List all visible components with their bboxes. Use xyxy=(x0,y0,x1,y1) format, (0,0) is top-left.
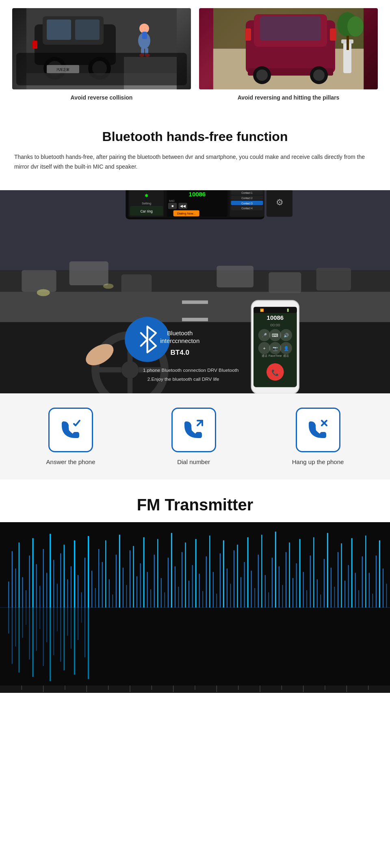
svg-point-33 xyxy=(313,69,325,81)
svg-rect-51 xyxy=(269,272,301,293)
bluetooth-title: Bluetooth hands-free function xyxy=(12,129,378,144)
svg-rect-43 xyxy=(182,318,208,321)
svg-text:Dialing Now...: Dialing Now... xyxy=(177,212,196,215)
svg-text:⚙: ⚙ xyxy=(276,197,284,207)
svg-text:1.phone Bluetooth connection D: 1.phone Bluetooth connection DRV Bluetoo… xyxy=(143,367,239,373)
svg-text:FaceTime: FaceTime xyxy=(269,354,282,358)
car-images-section: 汽车之家 Avoid reverse colli xyxy=(0,0,390,113)
bluetooth-description: Thanks to bluetooth hands-free, after pa… xyxy=(12,152,378,172)
svg-text:Contact 1: Contact 1 xyxy=(241,191,253,194)
svg-point-54 xyxy=(103,283,114,289)
fm-title: FM Transmitter xyxy=(12,496,378,514)
svg-point-31 xyxy=(256,69,268,81)
svg-text:■: ■ xyxy=(171,204,173,208)
svg-text:👤: 👤 xyxy=(284,346,289,351)
fm-wave-svg xyxy=(0,522,390,693)
svg-point-5 xyxy=(43,57,66,80)
hangup-phone-block: Hang up the phone xyxy=(292,408,344,465)
svg-text:2.Enjoy the bluetooth call DRV: 2.Enjoy the bluetooth call DRV life xyxy=(147,376,219,381)
svg-point-57 xyxy=(121,361,139,378)
phone-actions-section: Answer the phone Dial number Hang up the… xyxy=(0,393,390,480)
fm-section: FM Transmitter xyxy=(0,480,390,514)
svg-rect-47 xyxy=(22,270,56,291)
svg-rect-50 xyxy=(217,266,254,287)
svg-rect-20 xyxy=(124,57,177,89)
svg-text:汽车之家: 汽车之家 xyxy=(56,68,69,72)
svg-text:🔋: 🔋 xyxy=(286,308,290,312)
hangup-phone-icon xyxy=(305,417,331,443)
svg-text:📶: 📶 xyxy=(260,308,264,312)
svg-rect-10 xyxy=(47,65,79,73)
svg-rect-27 xyxy=(245,28,251,41)
svg-text:00:00: 00:00 xyxy=(270,323,280,327)
svg-rect-38 xyxy=(347,36,349,50)
svg-text:🎤: 🎤 xyxy=(262,333,267,338)
svg-rect-26 xyxy=(260,16,321,41)
svg-rect-14 xyxy=(142,32,147,39)
answer-phone-icon xyxy=(58,417,84,443)
dial-number-icon-box xyxy=(171,408,216,452)
svg-text:✱: ✱ xyxy=(145,193,148,198)
svg-text:interccnnecton: interccnnecton xyxy=(160,337,199,344)
svg-text:Contact 3: Contact 3 xyxy=(241,202,253,204)
dial-number-block: Dial number xyxy=(171,408,216,465)
car-left-caption: Avoid reverse collision xyxy=(71,94,133,101)
svg-rect-49 xyxy=(121,274,152,294)
svg-rect-28 xyxy=(330,28,336,41)
svg-rect-48 xyxy=(69,261,108,285)
svg-point-37 xyxy=(347,16,364,37)
svg-text:Bluetooth: Bluetooth xyxy=(167,329,193,336)
car-image-left: 汽车之家 xyxy=(12,8,191,89)
svg-text:Contact 4: Contact 4 xyxy=(241,207,253,210)
svg-text:10086: 10086 xyxy=(189,191,206,197)
svg-point-18 xyxy=(145,54,150,57)
bluetooth-section: Bluetooth hands-free function Thanks to … xyxy=(0,113,390,180)
svg-text:BT4.0: BT4.0 xyxy=(170,348,189,356)
svg-point-7 xyxy=(88,57,111,80)
svg-text:Car ring: Car ring xyxy=(140,209,153,213)
svg-text:📞: 📞 xyxy=(271,369,279,376)
svg-rect-42 xyxy=(182,300,208,304)
svg-text:MID: MID xyxy=(169,199,175,203)
svg-text:Contact 2: Contact 2 xyxy=(241,196,253,199)
car-image-right xyxy=(199,8,378,89)
svg-rect-16 xyxy=(145,48,148,55)
svg-rect-3 xyxy=(47,20,71,40)
fm-wave-image xyxy=(0,522,390,693)
svg-rect-15 xyxy=(141,48,144,55)
hangup-phone-icon-box xyxy=(296,408,340,452)
svg-point-8 xyxy=(92,61,107,76)
svg-text:Setting: Setting xyxy=(142,201,151,205)
dial-number-label: Dial number xyxy=(177,458,210,465)
svg-text:+: + xyxy=(263,346,266,351)
svg-text:通话: 通话 xyxy=(283,354,289,358)
answer-phone-block: Answer the phone xyxy=(46,408,95,465)
svg-point-17 xyxy=(139,54,144,57)
svg-text:◀◀: ◀◀ xyxy=(180,204,186,208)
svg-text:10086: 10086 xyxy=(267,314,284,321)
svg-text:⌨: ⌨ xyxy=(272,333,278,338)
car-right-caption: Avoid reversing and hitting the pillars xyxy=(238,94,340,101)
svg-text:📷: 📷 xyxy=(273,346,278,351)
car-image-left-block: 汽车之家 Avoid reverse colli xyxy=(12,8,191,101)
svg-point-6 xyxy=(48,61,62,76)
svg-rect-4 xyxy=(75,20,100,40)
svg-point-53 xyxy=(37,289,50,296)
bluetooth-demo-image: ✱ Setting Car ring 10086 MID ■ ◀◀ Dialin… xyxy=(0,190,390,393)
answer-phone-label: Answer the phone xyxy=(46,458,95,465)
svg-text:🔊: 🔊 xyxy=(284,333,289,338)
svg-rect-52 xyxy=(316,268,351,290)
answer-phone-icon-box xyxy=(48,408,93,452)
svg-rect-55 xyxy=(0,322,390,393)
svg-rect-9 xyxy=(32,41,37,49)
hangup-phone-label: Hang up the phone xyxy=(292,458,344,465)
car-images-row: 汽车之家 Avoid reverse colli xyxy=(12,8,378,101)
svg-text:通话: 通话 xyxy=(262,354,267,358)
dial-number-icon xyxy=(180,417,207,443)
car-image-right-block: Avoid reversing and hitting the pillars xyxy=(199,8,378,101)
